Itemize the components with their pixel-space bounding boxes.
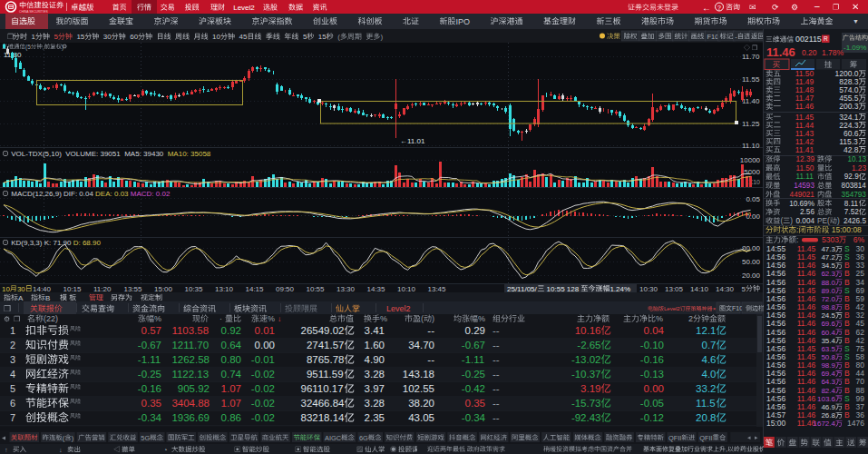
svg-text:): ) xyxy=(432,314,434,323)
svg-text:▼: ▼ xyxy=(853,18,859,25)
svg-text:MACD: 0.02: MACD: 0.02 xyxy=(131,190,171,198)
svg-text:0.04: 0.04 xyxy=(644,325,665,336)
svg-text:10: 10 xyxy=(212,33,220,41)
svg-text:5: 5 xyxy=(303,33,307,41)
svg-text:200.3: 200.3 xyxy=(839,102,859,111)
svg-text:13:05: 13:05 xyxy=(665,285,684,293)
svg-text:F10: F10 xyxy=(732,305,743,311)
svg-text:14:15: 14:15 xyxy=(246,285,265,293)
svg-text:1.24%: 1.24% xyxy=(610,285,630,293)
svg-text:2: 2 xyxy=(688,314,693,323)
svg-text:-0.34: -0.34 xyxy=(462,412,486,423)
svg-text:6G: 6G xyxy=(359,434,368,442)
svg-text:?: ? xyxy=(717,5,721,11)
svg-text:0.57: 0.57 xyxy=(141,325,161,336)
svg-text:B: B xyxy=(45,294,50,302)
svg-text:10:55: 10:55 xyxy=(307,285,326,293)
svg-text:-0.02: -0.02 xyxy=(251,412,275,423)
svg-text:62.3: 62.3 xyxy=(821,270,835,278)
svg-text:13:55: 13:55 xyxy=(124,285,143,293)
svg-text:0.00: 0.00 xyxy=(255,340,275,350)
svg-text:MA10: 35058: MA10: 35058 xyxy=(168,150,211,158)
svg-text:98.8: 98.8 xyxy=(821,303,835,311)
svg-text:Level2: Level2 xyxy=(233,4,255,12)
svg-text:38.20: 38.20 xyxy=(408,398,434,409)
svg-text:143.18: 143.18 xyxy=(403,369,434,380)
svg-text:92.9: 92.9 xyxy=(844,173,859,181)
svg-text:47.2: 47.2 xyxy=(821,253,835,262)
svg-text:-0.25: -0.25 xyxy=(138,369,161,380)
svg-text:20.8: 20.8 xyxy=(696,412,716,423)
svg-text:PE(: PE( xyxy=(817,217,830,225)
svg-text:47.3: 47.3 xyxy=(821,245,835,253)
svg-text:×: × xyxy=(713,306,717,311)
svg-text:5000: 5000 xyxy=(744,168,760,176)
svg-text:1.23: 1.23 xyxy=(852,164,866,173)
svg-text:9511.59: 9511.59 xyxy=(307,369,344,380)
svg-text:5: 5 xyxy=(742,285,746,293)
svg-text:0.35: 0.35 xyxy=(141,398,161,409)
svg-text:82.4: 82.4 xyxy=(821,387,835,395)
svg-text:KD(9,3,3) K: 71.90: KD(9,3,3) K: 71.90 xyxy=(9,239,73,247)
svg-text:26549.02: 26549.02 xyxy=(301,325,345,336)
svg-text:0.004: 0.004 xyxy=(796,217,815,225)
svg-text:10.13: 10.13 xyxy=(848,155,867,163)
svg-text:4: 4 xyxy=(10,369,15,380)
svg-text:0.00: 0.00 xyxy=(644,383,664,394)
svg-text:↓: ↓ xyxy=(59,446,63,454)
svg-text:IPO: IPO xyxy=(456,17,471,26)
svg-text:24.5: 24.5 xyxy=(821,311,835,320)
svg-text:-0.16: -0.16 xyxy=(138,383,161,394)
svg-text:89.0: 89.0 xyxy=(821,287,835,295)
svg-text:2.35: 2.35 xyxy=(365,412,385,423)
svg-text:0.05: 0.05 xyxy=(746,195,760,203)
svg-text:10.16: 10.16 xyxy=(575,325,601,336)
svg-text:◔: ◔ xyxy=(163,446,168,454)
svg-text:11:20: 11:20 xyxy=(93,285,112,293)
svg-text:2: 2 xyxy=(10,340,15,350)
svg-text:11.40: 11.40 xyxy=(742,97,760,105)
svg-text:): ) xyxy=(837,217,840,225)
svg-text:83218.14: 83218.14 xyxy=(301,412,346,423)
svg-text:D: 68.90: D: 68.90 xyxy=(73,239,102,247)
svg-text:3.19: 3.19 xyxy=(580,383,600,394)
svg-text:43.05: 43.05 xyxy=(408,412,434,423)
svg-text:15:00: 15:00 xyxy=(154,285,173,293)
svg-text:%: % xyxy=(380,314,387,323)
svg-text:354793: 354793 xyxy=(842,191,867,199)
svg-text:-1.11: -1.11 xyxy=(462,354,484,365)
svg-text:1.07: 1.07 xyxy=(221,398,241,409)
svg-text:1672.4: 1672.4 xyxy=(814,419,836,428)
svg-text:-0.25: -0.25 xyxy=(462,369,485,380)
svg-text:2.56: 2.56 xyxy=(800,208,814,216)
svg-text:102.55: 102.55 xyxy=(403,383,434,394)
svg-text:0.80: 0.80 xyxy=(221,354,241,365)
svg-text:A: A xyxy=(18,294,24,302)
svg-text:-0.34: -0.34 xyxy=(138,412,162,423)
svg-text:30: 30 xyxy=(17,285,25,293)
svg-text:--: -- xyxy=(493,412,500,423)
svg-text:42.8: 42.8 xyxy=(844,145,859,154)
svg-text:4.6: 4.6 xyxy=(702,354,717,365)
svg-text:1.60: 1.60 xyxy=(365,340,385,350)
svg-text:1.78%: 1.78% xyxy=(822,48,844,57)
svg-text:10:35: 10:35 xyxy=(185,285,204,293)
svg-text:5303: 5303 xyxy=(822,235,839,244)
svg-text:34.70: 34.70 xyxy=(408,340,434,350)
svg-text:--: -- xyxy=(493,383,500,394)
svg-text:-0.05: -0.05 xyxy=(640,398,664,409)
svg-text:Level2: Level2 xyxy=(386,304,411,313)
svg-text:--: -- xyxy=(493,398,500,409)
svg-text:F10: F10 xyxy=(707,33,719,41)
svg-text:--: -- xyxy=(427,325,434,336)
svg-text:-1.11: -1.11 xyxy=(138,354,161,365)
svg-text:VOL-TDX(5,10) VOLUME: 39051: VOL-TDX(5,10) VOLUME: 39051 MA5: 39430 xyxy=(9,150,168,158)
svg-text:1476: 1476 xyxy=(847,419,864,428)
svg-text:5: 5 xyxy=(10,383,15,394)
svg-text:905.92: 905.92 xyxy=(178,383,210,394)
svg-text:↓: ↓ xyxy=(278,315,281,323)
svg-text:14:40: 14:40 xyxy=(33,285,52,293)
svg-text:5G: 5G xyxy=(141,434,150,442)
svg-text:%: % xyxy=(154,314,161,323)
svg-text:CHINA SECURITIES: CHINA SECURITIES xyxy=(19,10,48,14)
